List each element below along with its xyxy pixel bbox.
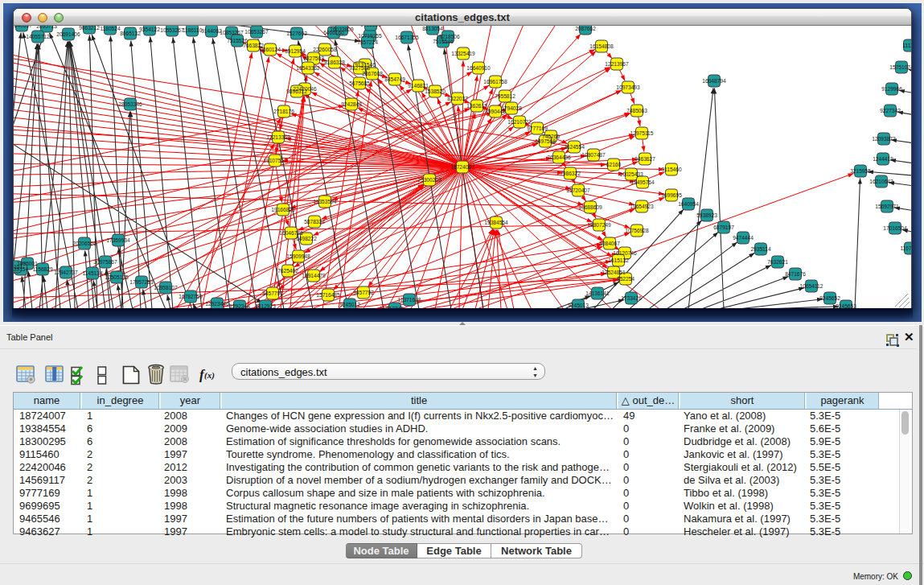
svg-text:16671355: 16671355 bbox=[395, 35, 419, 40]
svg-text:9084067: 9084067 bbox=[599, 241, 620, 246]
svg-text:1640557: 1640557 bbox=[14, 26, 32, 28]
svg-text:62160: 62160 bbox=[606, 162, 622, 167]
svg-text:9327508: 9327508 bbox=[349, 65, 370, 71]
svg-text:2095713: 2095713 bbox=[36, 26, 57, 29]
svg-text:10807487: 10807487 bbox=[581, 152, 606, 158]
svg-text:15720407: 15720407 bbox=[566, 187, 590, 193]
svg-text:19654923: 19654923 bbox=[630, 204, 654, 209]
svg-text:10719155: 10719155 bbox=[358, 33, 382, 39]
svg-text:10958107: 10958107 bbox=[154, 285, 178, 290]
svg-text:16640910: 16640910 bbox=[466, 65, 491, 71]
svg-text:28053346: 28053346 bbox=[118, 101, 142, 107]
svg-text:16543362: 16543362 bbox=[296, 65, 320, 71]
svg-text:1167531: 1167531 bbox=[900, 245, 911, 251]
svg-text:9115460: 9115460 bbox=[661, 167, 682, 172]
svg-text:17016504: 17016504 bbox=[883, 225, 907, 231]
svg-text:17359934: 17359934 bbox=[106, 237, 130, 243]
svg-text:1615132: 1615132 bbox=[608, 257, 629, 263]
svg-text:1812923: 1812923 bbox=[255, 303, 276, 309]
svg-text:8990448: 8990448 bbox=[485, 109, 506, 114]
svg-text:12923446: 12923446 bbox=[205, 301, 229, 307]
svg-text:19166825: 19166825 bbox=[271, 207, 295, 212]
svg-text:13325419: 13325419 bbox=[451, 51, 475, 56]
svg-text:18807249: 18807249 bbox=[587, 222, 611, 228]
svg-text:17942737: 17942737 bbox=[54, 270, 78, 275]
svg-text:9457791: 9457791 bbox=[262, 290, 283, 296]
svg-text:1145134: 1145134 bbox=[82, 270, 103, 276]
svg-text:12213369: 12213369 bbox=[266, 134, 290, 140]
svg-text:16210722: 16210722 bbox=[507, 119, 532, 125]
svg-text:252254: 252254 bbox=[617, 276, 634, 282]
svg-text:13495764: 13495764 bbox=[630, 179, 655, 185]
svg-text:25300203: 25300203 bbox=[417, 177, 441, 183]
svg-text:9896312: 9896312 bbox=[286, 89, 307, 94]
svg-text:9457792: 9457792 bbox=[353, 290, 374, 295]
svg-text:1292344: 1292344 bbox=[229, 303, 250, 309]
svg-text:7515546: 7515546 bbox=[433, 39, 454, 44]
svg-text:1527602: 1527602 bbox=[286, 31, 307, 36]
svg-text:93151: 93151 bbox=[14, 264, 23, 270]
svg-text:9354122: 9354122 bbox=[139, 27, 160, 32]
svg-text:9660124: 9660124 bbox=[260, 47, 281, 52]
svg-text:5878334: 5878334 bbox=[304, 219, 325, 225]
svg-text:14055712: 14055712 bbox=[26, 34, 50, 39]
svg-text:9827503: 9827503 bbox=[303, 56, 324, 61]
svg-text:9227342: 9227342 bbox=[880, 108, 901, 113]
svg-text:15692971: 15692971 bbox=[875, 204, 899, 209]
svg-text:10553267: 10553267 bbox=[160, 27, 184, 33]
svg-text:9474444: 9474444 bbox=[733, 235, 754, 241]
svg-text:14136141: 14136141 bbox=[585, 290, 610, 296]
svg-text:10853267: 10853267 bbox=[220, 30, 244, 35]
svg-text:9699695: 9699695 bbox=[661, 192, 682, 198]
svg-text:9245012: 9245012 bbox=[339, 302, 360, 307]
svg-text:7632621: 7632621 bbox=[767, 259, 788, 265]
svg-text:16046786: 16046786 bbox=[279, 230, 303, 236]
svg-text:12213967: 12213967 bbox=[605, 61, 629, 67]
svg-text:9144062: 9144062 bbox=[201, 28, 222, 34]
svg-text:10973493: 10973493 bbox=[616, 84, 640, 90]
svg-text:5938923: 5938923 bbox=[696, 212, 717, 218]
svg-text:17957253: 17957253 bbox=[129, 279, 154, 285]
svg-text:10653267: 10653267 bbox=[244, 29, 269, 35]
svg-text:8813054: 8813054 bbox=[422, 26, 443, 31]
svg-text:9242848: 9242848 bbox=[341, 101, 362, 107]
svg-text:16154808: 16154808 bbox=[589, 43, 614, 49]
svg-text:912345: 912345 bbox=[386, 306, 404, 309]
svg-text:3624554: 3624554 bbox=[564, 144, 585, 150]
svg-text:16648794: 16648794 bbox=[702, 78, 726, 84]
svg-text:19107512: 19107512 bbox=[263, 158, 287, 163]
svg-text:16210643: 16210643 bbox=[869, 179, 893, 184]
svg-text:(x): (x) bbox=[204, 370, 215, 381]
svg-text:20206526: 20206526 bbox=[72, 241, 97, 246]
svg-text:13524851: 13524851 bbox=[602, 270, 626, 275]
svg-text:1244419: 1244419 bbox=[873, 156, 893, 162]
svg-text:18724007: 18724007 bbox=[450, 164, 474, 170]
svg-text:7625402: 7625402 bbox=[277, 268, 298, 274]
svg-text:9245653: 9245653 bbox=[836, 303, 856, 309]
svg-text:9146821: 9146821 bbox=[408, 83, 429, 89]
svg-text:2867608: 2867608 bbox=[362, 71, 383, 76]
svg-text:16782759: 16782759 bbox=[179, 294, 203, 299]
svg-text:9245652: 9245652 bbox=[819, 295, 840, 301]
svg-text:16033809: 16033809 bbox=[330, 27, 354, 32]
svg-text:9063212: 9063212 bbox=[79, 26, 100, 31]
svg-text:9777169: 9777169 bbox=[527, 126, 548, 131]
svg-text:22260058: 22260058 bbox=[313, 47, 337, 52]
svg-text:9245013: 9245013 bbox=[568, 303, 589, 308]
svg-text:3215955: 3215955 bbox=[850, 168, 871, 174]
svg-text:10025433: 10025433 bbox=[619, 171, 643, 177]
svg-text:9463627: 9463627 bbox=[634, 156, 655, 162]
svg-text:15751074: 15751074 bbox=[889, 64, 911, 70]
svg-text:19384554: 19384554 bbox=[484, 220, 508, 225]
svg-text:12505135: 12505135 bbox=[105, 274, 129, 280]
svg-text:6879197: 6879197 bbox=[713, 225, 734, 230]
svg-text:2087662: 2087662 bbox=[575, 26, 596, 31]
svg-text:7357224: 7357224 bbox=[357, 39, 378, 45]
svg-text:7955812: 7955812 bbox=[495, 93, 515, 99]
svg-text:11353594: 11353594 bbox=[314, 199, 337, 204]
svg-text:8454749: 8454749 bbox=[384, 76, 405, 82]
svg-text:11371648: 11371648 bbox=[398, 297, 421, 303]
svg-text:15909948: 15909948 bbox=[286, 253, 310, 259]
svg-text:10654112: 10654112 bbox=[800, 283, 823, 289]
svg-text:2935114: 2935114 bbox=[750, 246, 771, 252]
